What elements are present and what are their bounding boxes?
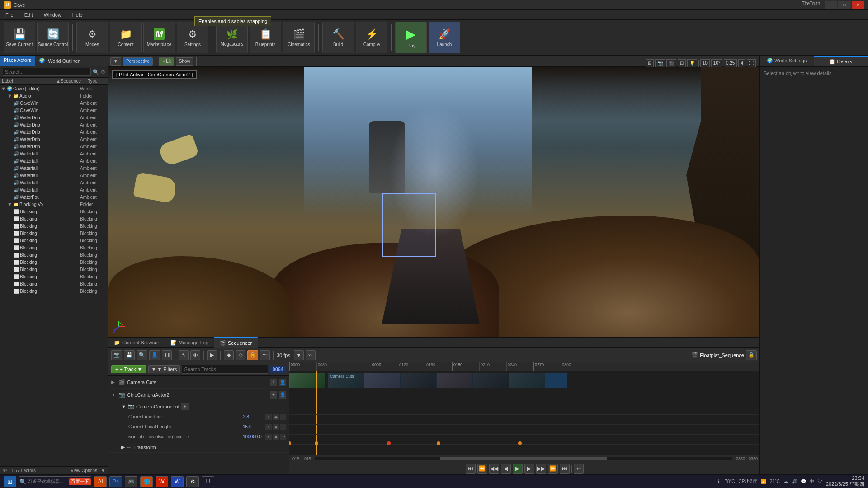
tree-item-cave-editor[interactable]: ▼ 🌍 Cave (Editor) World — [0, 85, 108, 92]
seq-find-btn[interactable]: 🔍 — [137, 350, 147, 360]
aperture-add-btn[interactable]: + — [265, 414, 272, 420]
focus-key-btn[interactable]: ◆ — [273, 434, 279, 440]
tab-details[interactable]: 📋 Details — [814, 56, 868, 66]
step-fwd-btn[interactable]: ▶▶ — [536, 464, 546, 474]
track-user-camera-cuts[interactable]: 👤 — [279, 379, 286, 386]
marketplace-button[interactable]: M Marketplace — [143, 22, 175, 53]
vp-grid-btn[interactable]: ⊞ — [646, 59, 654, 67]
seq-play-btn[interactable]: ▶ — [207, 350, 217, 360]
search-input[interactable] — [3, 68, 91, 76]
taskbar-settings[interactable]: ⚙ — [186, 476, 199, 487]
tree-item-cavewin-1[interactable]: 🔊 CaveWin Ambient — [0, 99, 108, 107]
track-add-cine[interactable]: + — [270, 391, 277, 399]
perspective-btn[interactable]: Perspective — [123, 57, 153, 66]
source-control-button[interactable]: 🔄 Source Control — [37, 22, 69, 53]
maximize-button[interactable]: □ — [838, 1, 851, 9]
focal-add-btn[interactable]: + — [265, 424, 272, 430]
launch-button[interactable]: 🚀 Launch — [429, 22, 460, 53]
taskbar-ai[interactable]: Ai — [94, 476, 107, 487]
modes-button[interactable]: ⚙ Modes — [76, 22, 108, 53]
tree-item-blocking-5[interactable]: ⬜ Blocking Blocking — [0, 237, 108, 244]
play-button[interactable]: ▶ Play — [395, 22, 427, 53]
track-cine-camera[interactable]: ▼ 📷 CineCameraActor2 + 👤 — [108, 389, 289, 401]
tree-item-cavewin-2[interactable]: 🔊 CaveWin Ambient — [0, 107, 108, 114]
close-button[interactable]: ✕ — [852, 1, 864, 9]
tab-content-browser[interactable]: 📁 Content Browser — [108, 337, 165, 348]
cinematics-button[interactable]: 🎬 Cinematics — [283, 22, 315, 53]
tree-item-waterdrip-5[interactable]: 🔊 WaterDrip Ambient — [0, 143, 108, 150]
seq-film-btn[interactable]: 🎞 — [162, 350, 172, 360]
tree-item-blocking-10[interactable]: ⬜ Blocking Blocking — [0, 273, 108, 280]
tree-item-blocking-8[interactable]: ⬜ Blocking Blocking — [0, 258, 108, 266]
blueprints-button[interactable]: 📋 Blueprints — [250, 22, 281, 53]
tree-item-blocking-folder[interactable]: ▼ 📁 Blocking Vo Folder — [0, 201, 108, 208]
seq-snap-btn[interactable]: 🔒 — [247, 350, 258, 360]
tree-item-waterdrip-3[interactable]: 🔊 WaterDrip Ambient — [0, 128, 108, 136]
start-button[interactable]: ⊞ — [4, 476, 16, 487]
world-outliner-tab[interactable]: 🌍 World Outliner — [35, 56, 108, 66]
lit-btn[interactable]: ☀ Lit — [159, 57, 174, 66]
viewport-type-btn[interactable]: ▼ — [110, 57, 121, 66]
fps-dropdown-btn[interactable]: ▼ — [294, 350, 304, 360]
tab-message-log[interactable]: 📝 Message Log — [165, 337, 214, 348]
tree-item-waterfall-1[interactable]: 🔊 Waterfall Ambient — [0, 150, 108, 157]
track-current-aperture[interactable]: Current Aperture 2.8 + ◆ ⋯ — [108, 412, 289, 422]
megascans-button[interactable]: 🌿 Megascans — [216, 22, 248, 53]
track-add-camera-cuts[interactable]: + — [270, 379, 277, 386]
filter-button[interactable]: ▼ ▼ Filters — [148, 365, 180, 373]
seq-key2-btn[interactable]: ◇ — [236, 350, 245, 360]
track-transform[interactable]: ▶ ↔ Transform — [108, 442, 289, 453]
vp-light-btn[interactable]: 💡 — [687, 59, 697, 67]
tree-item-blocking-2[interactable]: ⬜ Blocking Blocking — [0, 215, 108, 222]
seq-save-btn[interactable]: 💾 — [124, 350, 135, 360]
show-btn[interactable]: Show — [176, 57, 193, 66]
compile-button[interactable]: ⚡ Compile — [356, 22, 387, 53]
viewport[interactable]: [ Pilot Active - CineCameraActor2 ] X Y … — [108, 67, 760, 337]
vp-snap-angle[interactable]: 10° — [711, 59, 722, 67]
content-button[interactable]: 📁 Content — [110, 22, 142, 53]
focus-menu-btn[interactable]: ⋯ — [280, 434, 286, 440]
seq-wave-btn[interactable]: 〰 — [306, 350, 316, 360]
menu-edit[interactable]: Edit — [23, 11, 35, 19]
tree-item-waterfall-3[interactable]: 🔊 Waterfall Ambient — [0, 164, 108, 172]
loop-btn[interactable]: ↩ — [574, 464, 584, 474]
play-pause-btn[interactable]: ▶ — [513, 464, 523, 474]
track-focal-length[interactable]: Current Focal Length 15.0 + ◆ ⋯ — [108, 422, 289, 432]
timeline-tracks[interactable]: Camera Cuts — [289, 371, 760, 455]
add-track-button[interactable]: + + Track ▼ — [111, 365, 146, 373]
track-camera-cuts[interactable]: ▶ 🎬 Camera Cuts + 👤 — [108, 376, 289, 389]
baidu-btn[interactable]: 百度一下 — [69, 478, 91, 485]
tree-item-blocking-4[interactable]: ⬜ Blocking Blocking — [0, 230, 108, 237]
tree-item-waterfall-5[interactable]: 🔊 Waterfall Ambient — [0, 179, 108, 186]
seq-key-btn[interactable]: ◆ — [224, 350, 234, 360]
tree-item-waterfall-4[interactable]: 🔊 Waterfall Ambient — [0, 172, 108, 179]
clip-camera-cuts-main[interactable]: Camera Cuts — [328, 373, 567, 388]
focal-menu-btn[interactable]: ⋯ — [280, 424, 286, 430]
clip-camera-cut-1[interactable] — [289, 373, 326, 388]
prev-frame-btn[interactable]: ⏪ — [477, 464, 487, 474]
seq-eye-btn[interactable]: 👁 — [190, 350, 200, 360]
vp-fullscreen-btn[interactable]: ⛶ — [747, 59, 756, 67]
menu-help[interactable]: Help — [71, 11, 85, 19]
vp-viewport-num[interactable]: 10 — [700, 59, 710, 67]
taskbar-w1[interactable]: W — [156, 476, 168, 487]
keyframe-0[interactable] — [289, 441, 291, 445]
tree-item-waterdrip-4[interactable]: 🔊 WaterDrip Ambient — [0, 136, 108, 143]
track-focus-distance[interactable]: Manual Focus Distance (Focus Di 100000.0… — [108, 432, 289, 442]
place-actors-tab[interactable]: Place Actors — [0, 56, 35, 66]
track-camera-component[interactable]: ▼ 📷 CameraComponent + — [108, 401, 289, 412]
tree-item-blocking-6[interactable]: ⬜ Blocking Blocking — [0, 244, 108, 251]
focal-key-btn[interactable]: ◆ — [273, 424, 279, 430]
tree-item-audio[interactable]: ▼ 📁 Audio Folder — [0, 92, 108, 99]
tree-item-waterfou[interactable]: 🔊 WaterFou Ambient — [0, 193, 108, 201]
tree-item-blocking-11[interactable]: ⬜ Blocking Blocking — [0, 280, 108, 287]
taskbar-game[interactable]: 🎮 — [125, 476, 137, 487]
seq-camera-btn[interactable]: 📷 — [111, 350, 122, 360]
tree-item-waterdrip-2[interactable]: 🔊 WaterDrip Ambient — [0, 121, 108, 128]
next-frame-btn[interactable]: ⏩ — [548, 464, 558, 474]
seq-person-btn[interactable]: 👤 — [149, 350, 160, 360]
tree-item-blocking-9[interactable]: ⬜ Blocking Blocking — [0, 266, 108, 273]
tab-sequencer[interactable]: 🎬 Sequencer — [214, 337, 258, 348]
track-user-cine[interactable]: 👤 — [279, 391, 286, 399]
focus-add-btn[interactable]: + — [265, 434, 272, 440]
